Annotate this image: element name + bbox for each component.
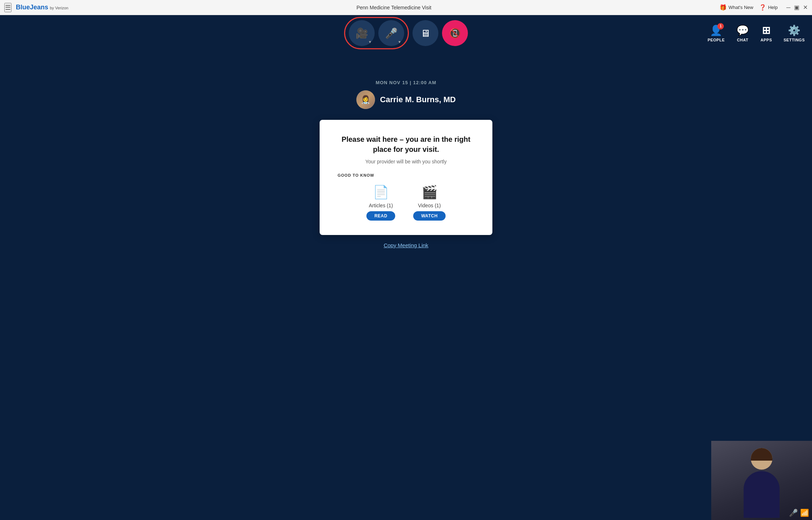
hamburger-menu[interactable]: ☰	[4, 3, 12, 12]
control-bar-center: 🎥 ▼ 🎤 ▼ 🖥 📵	[344, 17, 468, 49]
title-bar-right: 🎁 What's New ❓ Help ─ ▣ ✕	[719, 4, 808, 11]
chat-icon: 💬	[736, 24, 749, 36]
people-icon-wrapper: 👤 1	[710, 24, 723, 36]
help-icon: ❓	[759, 4, 766, 11]
wait-title: Please wait here – you are in the right …	[338, 134, 474, 154]
title-bar-left: ☰ BlueJeans by Verizon	[4, 3, 68, 12]
meeting-date: MON NOV 15 | 12:00 AM	[376, 80, 437, 85]
apps-icon: ⊞	[762, 24, 771, 36]
title-bar: ☰ BlueJeans by Verizon Penn Medicine Tel…	[0, 0, 812, 15]
camera-icon: 🎥	[356, 27, 368, 39]
end-call-icon: 📵	[449, 28, 461, 39]
self-view: 🎤 📶	[711, 441, 812, 520]
main-content: MON NOV 15 | 12:00 AM 👩‍⚕️ Carrie M. Bur…	[0, 51, 812, 520]
control-bar-right: 👤 1 PEOPLE 💬 CHAT ⊞ APPS ⚙️ SETTINGS	[708, 24, 805, 42]
videos-icon: 🎬	[421, 185, 438, 200]
help-button[interactable]: ❓ Help	[759, 4, 778, 11]
host-avatar-image: 👩‍⚕️	[356, 90, 375, 109]
self-view-person: 🎤 📶	[711, 441, 812, 520]
settings-icon: ⚙️	[788, 24, 801, 36]
videos-resource: 🎬 Videos (1) WATCH	[413, 185, 446, 221]
minimize-button[interactable]: ─	[786, 5, 790, 10]
host-info: 👩‍⚕️ Carrie M. Burns, MD	[356, 90, 456, 109]
whats-new-button[interactable]: 🎁 What's New	[719, 4, 753, 11]
read-button[interactable]: READ	[366, 211, 395, 221]
meeting-title: Penn Medicine Telemedicine Visit	[356, 5, 431, 10]
people-badge: 1	[717, 23, 724, 30]
resources-row: 📄 Articles (1) READ 🎬 Videos (1) WATCH	[338, 185, 474, 221]
end-call-button[interactable]: 📵	[442, 20, 468, 46]
gift-icon: 🎁	[719, 4, 727, 11]
chat-control[interactable]: 💬 CHAT	[736, 24, 749, 42]
articles-icon: 📄	[373, 185, 389, 200]
self-signal-icon: 📶	[800, 508, 809, 517]
control-bar: 🎥 ▼ 🎤 ▼ 🖥 📵 👤 1 PEOPLE 💬 CHAT	[0, 15, 812, 51]
videos-label: Videos (1)	[418, 203, 441, 208]
screen-share-button[interactable]: 🖥	[412, 20, 438, 46]
wait-subtitle: Your provider will be with you shortly	[338, 159, 474, 164]
hair-shape	[751, 448, 772, 461]
camera-chevron-icon: ▼	[368, 40, 372, 44]
mic-button[interactable]: 🎤 ▼	[378, 20, 404, 46]
host-avatar: 👩‍⚕️	[356, 90, 375, 109]
host-name: Carrie M. Burns, MD	[380, 95, 456, 104]
watch-button[interactable]: WATCH	[413, 211, 446, 221]
maximize-button[interactable]: ▣	[794, 5, 799, 10]
close-button[interactable]: ✕	[803, 5, 808, 10]
settings-control[interactable]: ⚙️ SETTINGS	[784, 24, 805, 42]
app-logo: BlueJeans by Verizon	[16, 4, 68, 11]
articles-resource: 📄 Articles (1) READ	[366, 185, 395, 221]
body-shape	[744, 471, 780, 518]
mic-icon: 🎤	[385, 27, 398, 39]
highlighted-controls: 🎥 ▼ 🎤 ▼	[344, 17, 409, 49]
apps-control[interactable]: ⊞ APPS	[761, 24, 772, 42]
person-silhouette	[731, 448, 792, 520]
camera-button[interactable]: 🎥 ▼	[349, 20, 375, 46]
people-control[interactable]: 👤 1 PEOPLE	[708, 24, 725, 42]
wait-card: Please wait here – you are in the right …	[320, 120, 492, 235]
articles-label: Articles (1)	[369, 203, 393, 208]
self-mic-icon: 🎤	[789, 508, 798, 517]
mic-chevron-icon: ▼	[398, 40, 401, 44]
copy-meeting-link-button[interactable]: Copy Meeting Link	[384, 242, 428, 248]
self-view-icons: 🎤 📶	[789, 508, 809, 517]
window-controls: ─ ▣ ✕	[786, 5, 808, 10]
screen-icon: 🖥	[420, 27, 430, 39]
good-to-know-label: GOOD TO KNOW	[338, 173, 474, 177]
